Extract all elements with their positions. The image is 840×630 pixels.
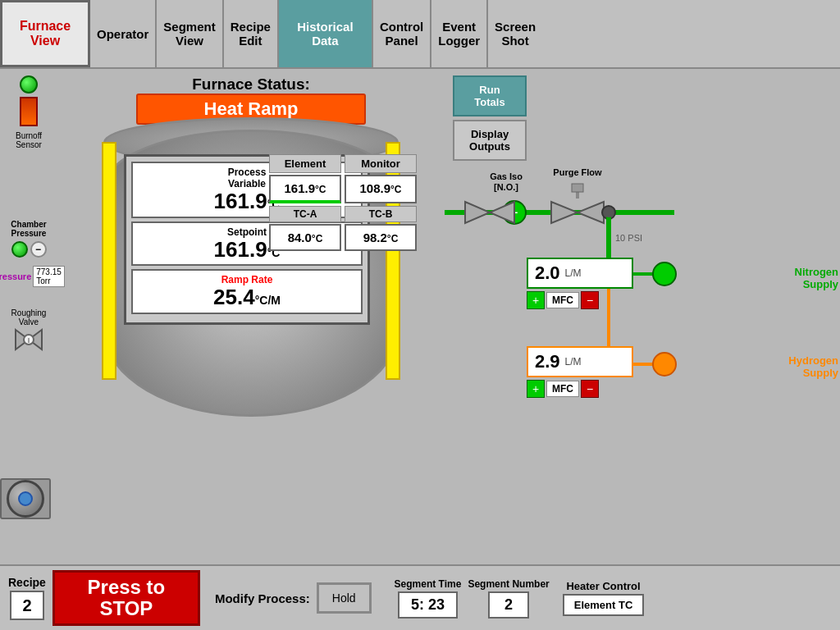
segment-number-value: 2 (488, 591, 529, 619)
nav-recipe-edit[interactable]: Recipe Edit (224, 0, 279, 67)
modify-process-section: Modify Process: Hold (215, 582, 372, 614)
furnace-cylinder: Process Variable 161.9°C Setpoint 161.9°… (79, 130, 423, 425)
main-area: Burnoff Sensor Chamber Pressure − Pressu… (0, 69, 840, 564)
motor-inner (18, 491, 33, 506)
ramp-rate-label: Ramp Rate (136, 274, 358, 285)
burnoff-green-indicator (20, 75, 38, 94)
pressure-label: Pressure (0, 272, 31, 281)
furnace-status-value: Heat Ramp (204, 98, 299, 119)
recipe-number: 2 (10, 591, 44, 620)
segment-time-value: 5: 23 (398, 591, 458, 619)
hold-button[interactable]: Hold (317, 582, 372, 614)
segment-time-label: Segment Time (395, 578, 462, 590)
nitrogen-flow-box: 2.0 L/M (527, 258, 633, 289)
monitor-temp-cell: 108.9°C (345, 175, 417, 203)
pump-body (0, 478, 51, 519)
burnoff-sensor-label: Burnoff Sensor (3, 131, 54, 149)
pressure-unit: Torr (36, 276, 50, 285)
monitor-header: Monitor (345, 154, 417, 173)
furnace-status-label: Furnace Status: (136, 75, 366, 94)
svg-point-15 (653, 262, 676, 285)
element-monitor-panel: Element Monitor 161.9°C 108.9°C TC-A TC-… (269, 154, 417, 253)
tca-value-cell: 84.0°C (269, 224, 341, 251)
svg-point-19 (653, 353, 676, 376)
heater-control-section: Heater Control Element TC (563, 580, 645, 616)
element-temp-cell: 161.9°C (269, 175, 341, 203)
hydrogen-flow-box: 2.9 L/M (527, 346, 633, 377)
chamber-green-indicator (11, 241, 28, 258)
hydrogen-mfc-controls: + MFC − (527, 380, 633, 398)
svg-marker-8 (551, 202, 578, 223)
svg-marker-26 (490, 202, 514, 223)
svg-text:10 PSI: 10 PSI (615, 233, 642, 243)
hydrogen-flow-control: 2.9 L/M + MFC − (527, 346, 633, 398)
hydrogen-mfc-label: MFC (546, 381, 579, 397)
right-panel: Run Totals Display Outputs − (445, 69, 840, 564)
heater-control-value: Element TC (563, 594, 645, 616)
nitrogen-mfc-label: MFC (546, 292, 579, 308)
svg-text:Purge Flow: Purge Flow (553, 167, 602, 177)
nav-event-logger[interactable]: Event Logger (431, 0, 488, 67)
ramp-rate-value: 25.4°C/M (136, 285, 358, 309)
svg-point-21 (604, 208, 614, 217)
recipe-label: Recipe (8, 576, 46, 589)
em-header: Element Monitor (269, 154, 417, 173)
hydrogen-mfc-plus[interactable]: + (527, 380, 545, 398)
nitrogen-mfc-plus[interactable]: + (527, 291, 545, 309)
nitrogen-flow-value: 2.0 (535, 262, 560, 284)
nav-furnace-view[interactable]: Furnace View (0, 0, 90, 67)
burnoff-sensor: Burnoff Sensor (3, 75, 54, 149)
yellow-bar-left (102, 142, 116, 380)
chamber-minus-indicator: − (30, 241, 47, 258)
furnace-center: Furnace Status: Heat Ramp Process Variab… (57, 69, 445, 564)
em-tc-label-row: TC-A TC-B (269, 206, 417, 222)
modify-process-label: Modify Process: (215, 591, 310, 605)
svg-rect-11 (572, 184, 583, 192)
nav-segment-view[interactable]: Segment View (157, 0, 223, 67)
tcb-value-cell: 98.2°C (345, 224, 417, 251)
nitrogen-supply-label: Nitrogen Supply (795, 266, 838, 290)
roughing-valve-label: Roughing Valve (3, 308, 54, 326)
em-tc-value-row: 84.0°C 98.2°C (269, 224, 417, 251)
ramp-rate-section: Ramp Rate 25.4°C/M (131, 269, 363, 314)
hydrogen-mfc-minus[interactable]: − (581, 380, 599, 398)
hydrogen-flow-unit: L/M (565, 356, 582, 368)
nitrogen-flow-control: 2.0 L/M + MFC − (527, 258, 633, 309)
top-nav: Furnace View Operator Segment View Recip… (0, 0, 840, 69)
segment-time-section: Segment Time 5: 23 (395, 578, 462, 619)
nav-screen-shot[interactable]: Screen Shot (488, 0, 542, 67)
chamber-pressure-section: Chamber Pressure − (3, 220, 54, 258)
chamber-pressure-label: Chamber Pressure (3, 220, 54, 238)
burnoff-rect (20, 97, 38, 126)
piping-diagram: − 10 PSI Gas Iso [N.O (445, 69, 840, 564)
nav-operator[interactable]: Operator (90, 0, 157, 67)
segment-number-section: Segment Number 2 (468, 578, 549, 619)
svg-text:Gas Iso: Gas Iso (490, 171, 523, 181)
roughing-valve-section: Roughing Valve I (3, 308, 54, 353)
nav-historical-data[interactable]: Historical Data (279, 0, 373, 67)
svg-marker-25 (465, 202, 490, 223)
motor-circle (7, 480, 44, 518)
svg-text:I: I (28, 336, 30, 345)
nav-control-panel[interactable]: Control Panel (373, 0, 431, 67)
nitrogen-mfc-minus[interactable]: − (581, 291, 599, 309)
svg-marker-9 (578, 202, 604, 223)
tcb-label: TC-B (345, 206, 417, 222)
nitrogen-flow-unit: L/M (565, 267, 582, 279)
svg-text:[N.O.]: [N.O.] (494, 182, 518, 192)
em-temp-row: 161.9°C 108.9°C (269, 175, 417, 203)
pump-motor-assembly (0, 478, 51, 519)
segment-number-label: Segment Number (468, 578, 549, 590)
press-stop-button[interactable]: Press to STOP (52, 570, 200, 626)
pressure-display: Pressure 773.15 Torr (0, 266, 65, 287)
recipe-section: Recipe 2 (8, 576, 46, 620)
hydrogen-flow-value: 2.9 (535, 351, 560, 372)
element-header: Element (269, 154, 341, 173)
nitrogen-mfc-controls: + MFC − (527, 291, 633, 309)
bottom-bar: Recipe 2 Press to STOP Modify Process: H… (0, 564, 840, 630)
tca-label: TC-A (269, 206, 341, 222)
hydrogen-supply-label: Hydrogen Supply (788, 354, 838, 379)
heater-control-label: Heater Control (566, 580, 640, 592)
roughing-valve-icon: I (12, 326, 45, 353)
